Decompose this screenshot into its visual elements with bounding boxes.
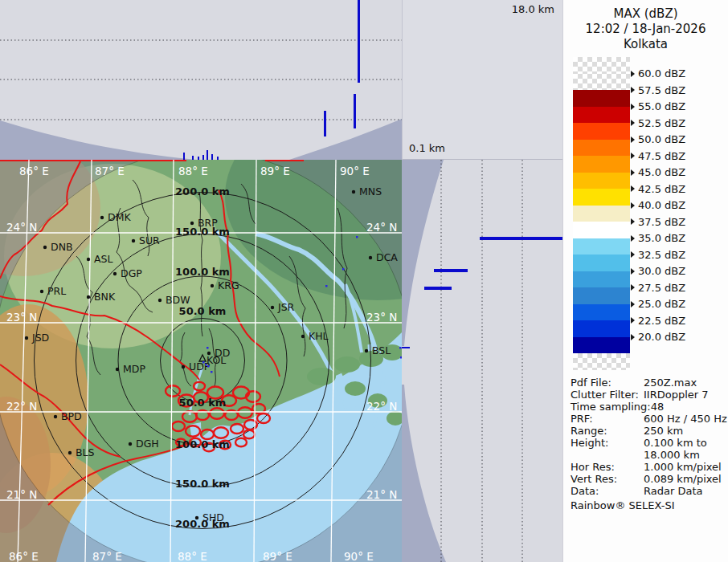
map-echo-speckle [207, 365, 210, 368]
echo-profile-bar [207, 150, 208, 160]
scale-tick-icon [631, 153, 635, 159]
scale-swatch-55 [573, 107, 630, 124]
scale-label-27.5: 27.5 dBZ [631, 282, 685, 293]
scale-tick-icon [631, 120, 635, 126]
station-marker-BSL [365, 349, 368, 352]
longitude-label: 87° E [95, 165, 125, 177]
echo-profile-bar [354, 94, 356, 128]
scale-swatch-overflow [573, 57, 630, 74]
echo-profile-bar [358, 0, 360, 83]
info-row: Vert Res:0.089 km/pixel [571, 473, 725, 485]
radar-map-panel[interactable]: 86° E87° E88° E89° E90° E86° E87° E88° E… [0, 160, 402, 562]
station-label-DCA: DCA [376, 251, 398, 263]
station-label-SUR: SUR [139, 234, 160, 246]
info-row: Range:250 km [571, 425, 725, 437]
scale-swatch-30 [573, 271, 630, 288]
map-echo-speckle [211, 371, 213, 373]
station-label-MDP: MDP [123, 363, 145, 375]
info-row: Pdf File:250Z.max [571, 377, 725, 389]
top-panel-background [0, 0, 402, 160]
map-echo-speckle [325, 285, 328, 287]
station-label-DMK: DMK [108, 211, 131, 223]
top-height-projection-panel[interactable] [0, 0, 402, 160]
station-label-JSR: JSR [277, 301, 295, 313]
info-row: Height:0.100 km to [571, 437, 725, 449]
scale-label-30: 30.0 dBZ [631, 266, 685, 277]
scale-swatch-40 [573, 206, 630, 222]
scale-tick-icon [631, 71, 635, 77]
scale-swatch-47.5 [573, 156, 630, 173]
info-row: Hor Res:1.000 km/pixel [571, 461, 725, 473]
scale-tick-icon [631, 251, 635, 258]
longitude-label: 86° E [19, 165, 49, 177]
scale-swatch-20 [573, 337, 630, 354]
scale-label-35: 35.0 dBZ [631, 233, 685, 244]
scale-swatch-32.5 [573, 255, 630, 271]
map-echo-speckle [205, 364, 207, 366]
software-brand: Rainbow® SELEX-SI [571, 499, 725, 511]
right-height-projection-panel[interactable] [402, 160, 562, 562]
info-row: Data:Radar Data [571, 485, 725, 497]
latitude-label: 21° N [6, 488, 37, 501]
station-marker-BDW [158, 299, 162, 302]
legend-header: MAX (dBZ) 12:02 / 18-Jan-2026 Kolkata [563, 6, 728, 52]
latitude-label: 22° N [6, 400, 37, 413]
scale-tick-icon [631, 218, 635, 225]
station-label-BPD: BPD [61, 410, 82, 422]
scale-label-25: 25.0 dBZ [631, 299, 685, 310]
scale-swatch-22.5 [573, 320, 630, 337]
scale-swatch-35 [573, 238, 630, 255]
longitude-label: 87° E [92, 550, 122, 562]
latitude-label: 21° N [366, 488, 397, 501]
scale-label-50: 50.0 dBZ [631, 134, 685, 145]
radar-site-label: KOL [207, 354, 226, 366]
station-marker-UDP [182, 365, 185, 369]
longitude-label: 90° E [344, 550, 374, 562]
station-label-BLS: BLS [76, 446, 95, 458]
echo-profile-bar [183, 153, 185, 160]
scale-tick-icon [631, 235, 635, 242]
scale-swatch-27.5 [573, 287, 630, 304]
station-marker-ASL [87, 258, 90, 261]
latitude-label: 23° N [6, 311, 37, 324]
station-label-ASL: ASL [94, 253, 112, 265]
station-marker-DNB [43, 246, 47, 249]
scale-label-22.5: 22.5 dBZ [631, 315, 685, 326]
map-echo-speckle [207, 347, 209, 349]
station-marker-KHL [301, 335, 305, 338]
scale-label-45: 45.0 dBZ [631, 167, 685, 178]
echo-profile-bar [324, 111, 326, 136]
scale-swatch-50 [573, 140, 630, 157]
latitude-label: 24° N [6, 221, 37, 234]
range-ring-label: 50.0 km [179, 305, 227, 317]
info-row: 18.000 km [571, 449, 725, 461]
station-label-BSL: BSL [372, 344, 391, 356]
scale-tick-icon [631, 87, 635, 93]
scale-label-55: 55.0 dBZ [631, 101, 685, 112]
station-marker-MNS [352, 190, 355, 193]
datetime-label: 12:02 / 18-Jan-2026 [563, 22, 728, 37]
station-label-BDW: BDW [166, 294, 190, 306]
range-ring-label: 100.0 km [175, 266, 230, 278]
scale-label-20: 20.0 dBZ [631, 332, 685, 343]
scale-label-60: 60.0 dBZ [631, 68, 685, 79]
latitude-label: 23° N [366, 311, 397, 324]
scale-label-40: 40.0 dBZ [631, 200, 685, 211]
scale-tick-icon [631, 104, 635, 110]
longitude-label: 89° E [260, 165, 290, 177]
echo-profile-bar [402, 347, 410, 348]
scale-tick-icon [631, 317, 635, 324]
scale-tick-icon [631, 334, 635, 340]
station-marker-DGH [129, 442, 132, 446]
scale-tick-icon [631, 202, 635, 209]
station-marker-KRG [211, 284, 214, 287]
echo-profile-bar [424, 287, 452, 290]
scale-swatch-60 [573, 74, 630, 91]
color-scale-labels: 60.0 dBZ57.5 dBZ55.0 dBZ52.5 dBZ50.0 dBZ… [631, 57, 726, 378]
echo-profile-bar [434, 269, 468, 272]
scale-label-52.5: 52.5 dBZ [631, 117, 685, 128]
station-marker-MDP [116, 368, 119, 371]
info-row: Time sampling:48 [571, 401, 725, 413]
scale-swatch-42.5 [573, 189, 630, 206]
legend-panel: MAX (dBZ) 12:02 / 18-Jan-2026 Kolkata 60… [562, 0, 728, 562]
